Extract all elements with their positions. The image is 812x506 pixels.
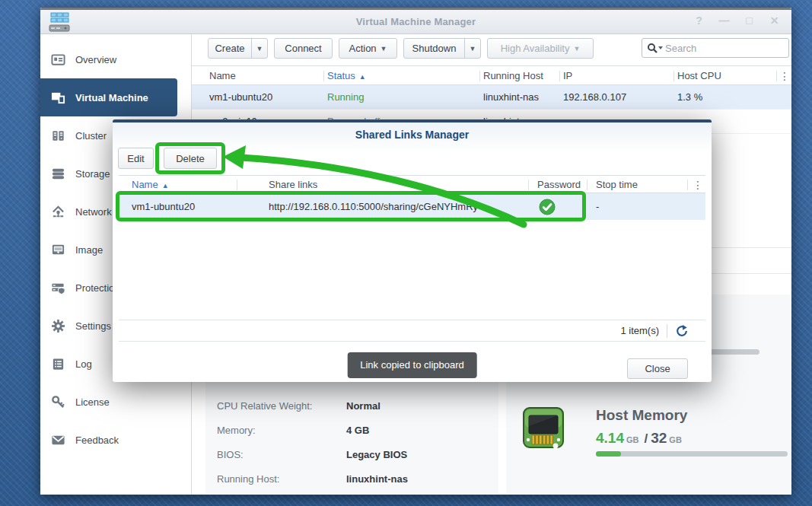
search-box[interactable] xyxy=(642,38,789,58)
titlebar: Virtual Machine Manager ? — □ ✕ xyxy=(40,8,791,34)
column-divider xyxy=(528,180,529,190)
share-name: vm1-ubuntu20 xyxy=(132,193,195,220)
dialog-column-header-name[interactable]: Name▲ xyxy=(132,176,169,194)
item-count: 1 item(s) xyxy=(620,325,659,336)
high-availability-button[interactable]: High Availability▼ xyxy=(487,38,594,59)
edit-button[interactable]: Edit xyxy=(118,148,154,169)
split-dropdown-toggle[interactable]: ▼ xyxy=(251,39,267,58)
vm-table-header: NameStatus▲Running HostIPHost CPU⋮ xyxy=(192,65,791,85)
column-divider xyxy=(587,180,588,190)
dialog-table-header: Name▲Share linksPasswordStop time⋮ xyxy=(119,175,705,193)
minimize-icon[interactable]: — xyxy=(718,14,731,27)
virtual-machine-icon xyxy=(50,90,65,105)
toast-message: Link copied to clipboard xyxy=(347,352,477,378)
column-divider xyxy=(673,71,674,81)
license-icon xyxy=(50,394,65,409)
vm-status: Running xyxy=(327,85,364,110)
column-divider xyxy=(687,180,688,190)
network-icon xyxy=(50,204,65,219)
button-label: Connect xyxy=(275,39,332,58)
shared-link-row-vm1-ubuntu20[interactable]: vm1-ubuntu20http://192.168.0.110:5000/sh… xyxy=(119,193,705,220)
vm-host-cpu: 1.3 % xyxy=(677,85,702,110)
sidebar-item-label: Storage xyxy=(75,168,110,180)
sidebar-item-overview[interactable]: Overview xyxy=(40,40,177,78)
table-row-vm1-ubuntu20[interactable]: vm1-ubuntu20Runninglinuxhint-nas192.168.… xyxy=(192,85,791,110)
maximize-icon[interactable]: □ xyxy=(743,14,756,27)
refresh-icon[interactable] xyxy=(675,324,689,338)
chevron-down-icon: ▼ xyxy=(470,45,476,53)
sidebar-item-label: Overview xyxy=(75,54,116,65)
sidebar-item-feedback[interactable]: Feedback xyxy=(40,421,177,459)
sort-asc-icon: ▲ xyxy=(359,73,366,81)
desktop: Virtual Machine Manager ? — □ ✕ Overview… xyxy=(0,0,812,506)
cluster-icon xyxy=(50,128,65,143)
share-stop-time: - xyxy=(596,193,599,220)
close-icon[interactable]: ✕ xyxy=(768,14,781,27)
detail-row-cpu-relative-weight: CPU Relative Weight:Normal xyxy=(205,394,498,418)
column-header-status[interactable]: Status▲ xyxy=(327,66,366,86)
help-icon[interactable]: ? xyxy=(693,14,705,27)
column-header-host-cpu[interactable]: Host CPU xyxy=(677,66,721,86)
button-label: High Availability▼ xyxy=(488,39,593,58)
chevron-down-icon: ▼ xyxy=(573,45,580,53)
dialog-close-button[interactable]: Close xyxy=(627,358,688,379)
dialog-title: Shared Links Manager xyxy=(113,129,712,141)
column-divider xyxy=(237,180,237,190)
dialog-column-header-share-links[interactable]: Share links xyxy=(269,176,317,194)
delete-button[interactable]: Delete xyxy=(164,148,217,169)
password-check-icon xyxy=(539,199,556,218)
column-settings-icon[interactable]: ⋮ xyxy=(779,66,790,86)
column-header-running-host[interactable]: Running Host xyxy=(483,66,543,86)
dialog-column-header-stop-time[interactable]: Stop time xyxy=(596,176,638,194)
sidebar-item-label: License xyxy=(75,396,110,408)
create-button[interactable]: Create▼ xyxy=(208,38,268,59)
split-dropdown-toggle[interactable]: ▼ xyxy=(464,39,480,58)
sidebar-item-label: Settings xyxy=(75,320,111,332)
host-memory-title: Host Memory xyxy=(596,407,687,424)
overview-icon xyxy=(50,52,65,67)
column-header-name[interactable]: Name xyxy=(209,66,236,86)
detail-label: Running Host: xyxy=(217,467,279,492)
detail-value: 4 GB xyxy=(346,418,369,443)
column-divider xyxy=(479,71,480,81)
chevron-down-icon: ▼ xyxy=(381,45,387,53)
memory-chip-icon xyxy=(522,406,565,449)
dialog-column-header-password[interactable]: Password xyxy=(537,176,581,194)
shutdown-button[interactable]: Shutdown▼ xyxy=(403,38,481,59)
sidebar-item-virtual-machine[interactable]: Virtual Machine xyxy=(40,78,177,116)
search-input[interactable] xyxy=(664,42,763,55)
connect-button[interactable]: Connect xyxy=(274,38,333,59)
sort-asc-icon: ▲ xyxy=(162,182,169,189)
button-label: Shutdown xyxy=(404,39,464,58)
detail-value: Normal xyxy=(346,394,381,418)
share-link-url: http://192.168.0.110:5000/sharing/cGeNYH… xyxy=(269,193,478,220)
log-icon xyxy=(50,356,65,371)
detail-label: Memory: xyxy=(217,418,256,443)
detail-row-bios: BIOS:Legacy BIOS xyxy=(205,443,498,467)
button-label: Action▼ xyxy=(339,39,396,58)
search-icon xyxy=(647,43,664,53)
sidebar-item-label: Image xyxy=(75,244,103,256)
dialog-status-bar: 1 item(s) xyxy=(119,320,705,342)
action-button[interactable]: Action▼ xyxy=(339,38,397,59)
column-settings-icon[interactable]: ⋮ xyxy=(693,175,703,195)
sidebar-item-label: Cluster xyxy=(75,130,107,142)
settings-icon xyxy=(50,318,65,333)
image-icon xyxy=(50,242,65,257)
window-title: Virtual Machine Manager xyxy=(40,8,791,34)
sidebar-item-label: Feedback xyxy=(75,434,119,446)
sidebar-item-license[interactable]: License xyxy=(40,383,177,421)
host-memory-value: 4.14GB/32GB xyxy=(596,428,684,448)
detail-row-memory: Memory:4 GB xyxy=(205,418,498,443)
sidebar-item-label: Virtual Machine xyxy=(75,92,148,103)
memory-total: 32 xyxy=(651,430,667,446)
column-divider xyxy=(559,71,560,81)
storage-icon xyxy=(50,166,65,181)
host-memory-bar xyxy=(596,451,788,457)
column-header-ip[interactable]: IP xyxy=(563,66,572,86)
detail-value: Legacy BIOS xyxy=(346,443,407,467)
sidebar-item-label: Network xyxy=(75,206,112,218)
column-divider xyxy=(776,71,777,81)
column-divider xyxy=(323,71,324,81)
chevron-down-icon: ▼ xyxy=(256,45,263,53)
